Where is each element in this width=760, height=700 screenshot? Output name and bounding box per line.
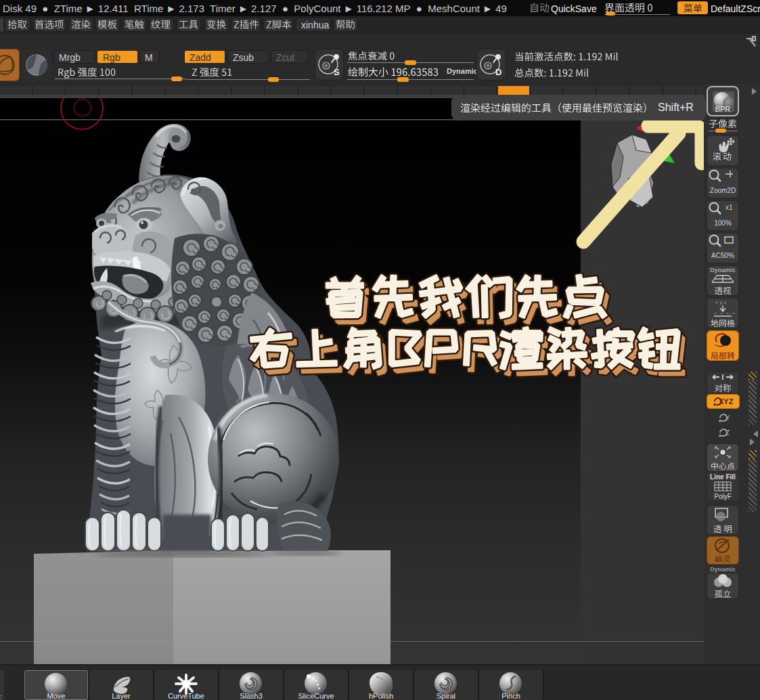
svg-text:x1: x1 xyxy=(725,204,733,211)
svg-text:Y: Y xyxy=(725,414,730,422)
svg-text:D: D xyxy=(495,67,501,77)
svg-text:XYZ: XYZ xyxy=(719,397,734,406)
svg-text:S: S xyxy=(334,67,340,77)
svg-text:x y z: x y z xyxy=(715,299,726,305)
svg-text:Z: Z xyxy=(725,429,730,437)
